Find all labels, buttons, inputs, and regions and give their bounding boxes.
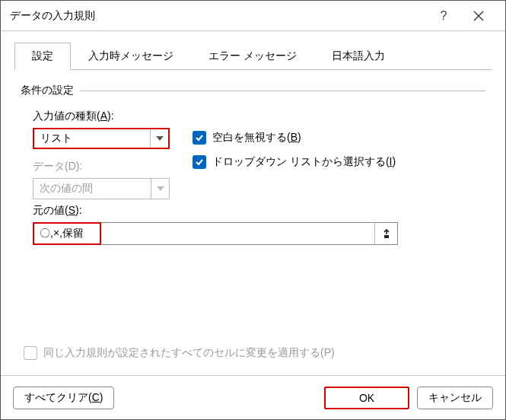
apply-all-checkbox: 同じ入力規則が設定されたすべてのセルに変更を適用する(P) (24, 346, 482, 360)
allow-select[interactable]: リスト (33, 128, 170, 149)
close-icon (473, 11, 484, 21)
source-input-text-wrap: 〇,×,保留 (33, 223, 374, 244)
settings-panel: 条件の設定 入力値の種類(A): リスト データ(D): (14, 69, 492, 375)
chevron-down-icon (157, 186, 164, 191)
criteria-row: 入力値の種類(A): リスト データ(D): 次の値の間 (33, 110, 485, 199)
checkbox-label: 空白を無視する(B) (212, 131, 301, 145)
checkbox-label: ドロップダウン リストから選択する(I) (212, 155, 396, 169)
tab-input-message[interactable]: 入力時メッセージ (71, 43, 191, 70)
content-area: 設定 入力時メッセージ エラー メッセージ 日本語入力 条件の設定 入力値の種類… (1, 31, 505, 375)
source-input[interactable]: 〇,×,保留 (33, 222, 398, 245)
data-select: 次の値の間 (33, 178, 170, 199)
tab-ime-mode[interactable]: 日本語入力 (314, 43, 403, 70)
tab-label: エラー メッセージ (208, 49, 297, 62)
ok-button[interactable]: OK (324, 387, 409, 409)
source-label: 元の値(S): (33, 204, 473, 218)
tab-label: 設定 (32, 49, 53, 62)
fieldset-title: 条件の設定 (21, 84, 485, 97)
range-picker-icon (381, 228, 392, 239)
svg-rect-0 (384, 235, 389, 238)
button-label: OK (359, 392, 374, 404)
divider (80, 91, 485, 91)
data-validation-dialog: データの入力規則 ? 設定 入力時メッセージ エラー メッセージ 日本語入力 条… (0, 0, 506, 420)
allow-select-arrow[interactable] (150, 129, 168, 148)
check-icon (195, 158, 204, 167)
apply-all-label: 同じ入力規則が設定されたすべてのセルに変更を適用する(P) (43, 346, 335, 360)
check-icon (195, 133, 204, 142)
ignore-blank-checkbox[interactable]: 空白を無視する(B) (193, 131, 485, 145)
cancel-button[interactable]: キャンセル (417, 387, 493, 409)
close-button[interactable] (461, 2, 496, 30)
source-input-value: 〇,×,保留 (33, 227, 90, 240)
tab-error-alert[interactable]: エラー メッセージ (191, 43, 314, 70)
tab-label: 日本語入力 (332, 49, 385, 62)
clear-all-button[interactable]: すべてクリア(C) (13, 387, 114, 409)
tab-settings[interactable]: 設定 (14, 43, 71, 70)
titlebar: データの入力規則 ? (1, 1, 505, 31)
button-label: キャンセル (428, 391, 482, 405)
help-button[interactable]: ? (426, 2, 461, 30)
allow-label: 入力値の種類(A): (33, 110, 193, 123)
tab-label: 入力時メッセージ (88, 49, 173, 62)
range-picker-button[interactable] (374, 223, 397, 244)
data-select-value: 次の値の間 (33, 182, 151, 196)
checkbox-box (24, 346, 37, 360)
data-label: データ(D): (33, 160, 193, 173)
fieldset-title-text: 条件の設定 (21, 84, 74, 97)
checkbox-box (193, 155, 206, 169)
chevron-down-icon (156, 136, 164, 141)
in-cell-dropdown-checkbox[interactable]: ドロップダウン リストから選択する(I) (193, 155, 485, 169)
tabstrip: 設定 入力時メッセージ エラー メッセージ 日本語入力 (14, 43, 492, 70)
checkbox-box (193, 131, 206, 145)
dialog-title: データの入力規則 (10, 9, 426, 23)
source-row: 元の値(S): 〇,×,保留 (33, 204, 473, 245)
allow-select-value: リスト (34, 132, 150, 145)
dialog-footer: すべてクリア(C) OK キャンセル (1, 375, 505, 419)
data-select-arrow (151, 179, 169, 199)
